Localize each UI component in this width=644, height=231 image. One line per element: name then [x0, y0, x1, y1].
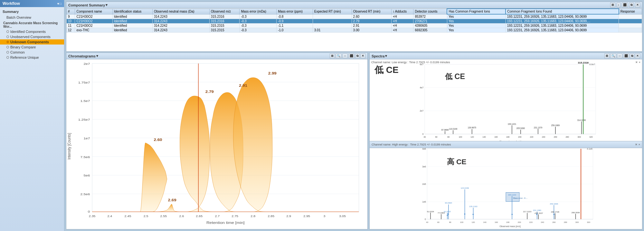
- svg-text:2.5e6: 2.5e6: [80, 192, 90, 196]
- svg-text:231.1379: 231.1379: [534, 126, 543, 129]
- component-table-row[interactable]: 10C21H30O2Identified314.2243315.2316-0.3…: [67, 19, 642, 24]
- component-summary-panel: Component Summary ▾ ⊞ ↕ ⬛ ⧉ ✕ # Componen…: [66, 2, 642, 52]
- svg-text:2.35: 2.35: [89, 215, 96, 218]
- svg-text:◆: ◆: [472, 213, 474, 215]
- col-response: Response: [619, 9, 642, 14]
- sidebar-item-common[interactable]: Common: [0, 50, 64, 55]
- svg-text:2.8: 2.8: [251, 215, 255, 218]
- spectra-btn-2[interactable]: 🔍: [610, 54, 616, 58]
- spectra-bottom-panel: 4e6 3e6 2e6 1e6 0 40 60 80 100 120 140 1…: [370, 145, 642, 229]
- panel-btn-3[interactable]: ⬛: [622, 3, 628, 7]
- svg-text:60: 60: [437, 221, 440, 223]
- component-table-row[interactable]: 9C21H30O2Identified314.2243315.2316-0.3-…: [67, 14, 642, 19]
- svg-text:135.1163: 135.1163: [469, 205, 478, 207]
- panel-btn-close[interactable]: ✕: [635, 3, 640, 7]
- svg-text:240: 240: [541, 221, 544, 223]
- svg-text:Intensity [Counts]: Intensity [Counts]: [67, 133, 71, 159]
- component-panel-header: Component Summary ▾ ⊞ ↕ ⬛ ⧉ ✕: [66, 2, 642, 8]
- sidebar: Workflow ▾ □ Summary Batch Overview Cann…: [0, 0, 64, 231]
- spectra-btn-1[interactable]: ⊞: [604, 54, 610, 58]
- svg-text:193.1222: 193.1222: [508, 194, 516, 196]
- svg-text:140: 140: [483, 221, 487, 223]
- svg-text:2.85: 2.85: [268, 215, 274, 218]
- sidebar-item-unknown[interactable]: Unknown Components: [0, 39, 64, 45]
- svg-text:Observed mass [m/z]: Observed mass [m/z]: [499, 225, 521, 228]
- svg-text:◆: ◆: [448, 213, 449, 215]
- svg-text:0: 0: [88, 210, 90, 213]
- svg-text:120: 120: [472, 221, 475, 223]
- unobserved-label: Unobserved Components: [10, 35, 51, 39]
- svg-text:3e6: 3e6: [422, 166, 426, 168]
- panel-btn-2[interactable]: ↕: [617, 3, 621, 7]
- sidebar-expand-btn[interactable]: □: [60, 2, 62, 5]
- component-table-row[interactable]: 11C21H30O2Identified314.2242315.2315-0.3…: [67, 24, 642, 28]
- svg-text:299.2008: 299.2008: [572, 211, 580, 214]
- svg-text:80: 80: [449, 221, 451, 223]
- svg-text:200: 200: [518, 136, 522, 138]
- sidebar-item-identified[interactable]: Identified Components: [0, 29, 64, 34]
- svg-text:300: 300: [577, 136, 581, 138]
- col-obs-rt: Observed RT (min): [352, 9, 391, 14]
- svg-text:1.25e7: 1.25e7: [78, 118, 90, 121]
- col-common-ions: Common Fragment Ions Found: [506, 9, 619, 14]
- svg-text:320: 320: [587, 221, 591, 223]
- unobserved-radio: [6, 35, 9, 38]
- svg-text:260.1728: 260.1728: [551, 211, 559, 213]
- svg-text:2.75: 2.75: [232, 215, 238, 218]
- svg-text:低 CE: 低 CE: [445, 72, 465, 81]
- batch-overview-label: Batch Overview: [6, 15, 31, 19]
- chromatogram-header: Chromatograms ▾ ⊞ 🔍 ↔ ⬛ ⧉ ✕: [66, 53, 367, 59]
- component-table-row[interactable]: 12exo-THCIdentified314.2243315.2315-0.3-…: [67, 28, 642, 33]
- panel-btn-4[interactable]: ⧉: [629, 3, 634, 7]
- spectra-btn-close[interactable]: ✕: [635, 54, 640, 58]
- svg-text:1.75e7: 1.75e7: [78, 81, 90, 84]
- svg-text:160: 160: [495, 221, 498, 223]
- chroma-btn-1[interactable]: ⊞: [330, 54, 335, 58]
- spectra-dropdown-btn[interactable]: ▾: [385, 54, 387, 58]
- svg-text:2.55: 2.55: [160, 215, 167, 218]
- svg-text:217.1223: 217.1223: [523, 210, 532, 213]
- svg-text:220: 220: [530, 136, 534, 138]
- reference-radio: [6, 56, 9, 59]
- sidebar-item-unobserved[interactable]: Unobserved Components: [0, 34, 64, 39]
- component-panel-dropdown-btn[interactable]: ▾: [106, 3, 108, 7]
- sidebar-minimize-btn[interactable]: ▾: [57, 2, 59, 5]
- spectra-header: Spectra ▾ ⊞ 🔍 ↔ ⬛ ⧉ ✕: [370, 53, 642, 59]
- svg-text:259.1696: 259.1696: [550, 203, 558, 205]
- sidebar-workflow-label: Cannabis Accurate Mass Screening Wor...: [0, 20, 64, 29]
- svg-text:2e7: 2e7: [420, 109, 423, 112]
- col-adducts: ↕ Adducts: [391, 9, 413, 14]
- spectra-btn-3[interactable]: ↔: [617, 54, 622, 58]
- sidebar-item-batch-overview[interactable]: Batch Overview: [0, 15, 64, 20]
- unknown-radio: [6, 41, 9, 43]
- spectra-btn-4[interactable]: ⬛: [623, 54, 629, 58]
- main-area: Component Summary ▾ ⊞ ↕ ⬛ ⧉ ✕ # Componen…: [64, 0, 644, 231]
- chroma-btn-4[interactable]: ⬛: [348, 54, 355, 58]
- svg-text:4e7: 4e7: [420, 86, 423, 89]
- svg-text:300: 300: [575, 221, 579, 223]
- svg-text:80: 80: [447, 136, 450, 138]
- chroma-btn-5[interactable]: ⧉: [355, 54, 360, 58]
- chroma-dropdown-btn[interactable]: ▾: [96, 54, 98, 58]
- sidebar-item-reference[interactable]: Reference Unique: [0, 55, 64, 60]
- svg-text:◆: ◆: [553, 213, 555, 215]
- svg-text:314.2236: 314.2236: [577, 119, 586, 121]
- svg-text:220: 220: [529, 221, 533, 223]
- sidebar-item-binary[interactable]: Binary Compare: [0, 45, 64, 50]
- svg-text:2.4: 2.4: [107, 215, 112, 218]
- svg-text:280: 280: [564, 221, 567, 223]
- svg-text:40: 40: [426, 221, 428, 223]
- chroma-btn-2[interactable]: 🔍: [336, 54, 342, 58]
- chroma-btn-3[interactable]: ↔: [342, 54, 348, 58]
- panel-btn-1[interactable]: ⊞: [610, 3, 615, 7]
- svg-text:180: 180: [506, 221, 510, 223]
- component-table: # Component name Identification status O…: [66, 8, 642, 33]
- svg-text:2.69: 2.69: [168, 198, 176, 202]
- binary-label: Binary Compare: [10, 45, 36, 49]
- spectra-btn-5[interactable]: ⧉: [630, 54, 634, 58]
- chroma-btn-close[interactable]: ✕: [360, 54, 365, 58]
- svg-text:40: 40: [424, 136, 426, 138]
- svg-text:高 CE: 高 CE: [447, 157, 467, 166]
- high-ce-close-btn[interactable]: ✕ ×: [635, 143, 640, 146]
- svg-text:110.0190: 110.0190: [449, 128, 458, 130]
